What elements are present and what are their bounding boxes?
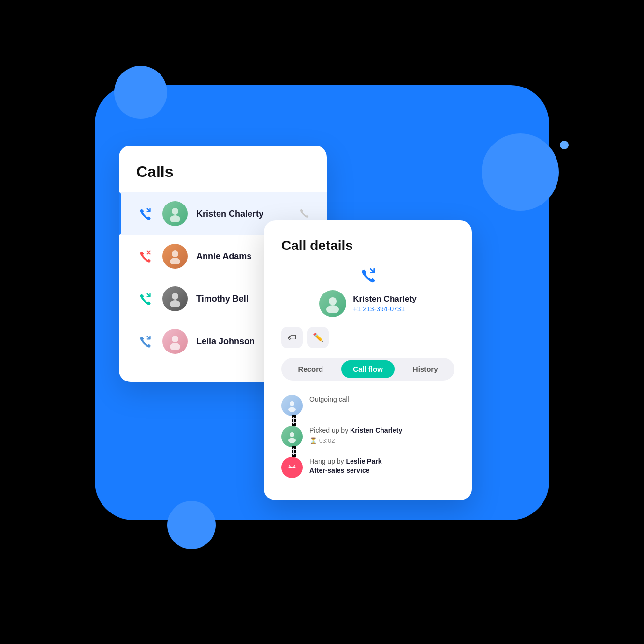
timeline-avatar-3 [281, 457, 303, 478]
timeline-extra-hangup: After-sales service [309, 467, 454, 474]
svg-point-8 [329, 297, 337, 305]
edit-button[interactable]: ✏️ [307, 327, 329, 348]
svg-point-9 [326, 305, 339, 313]
avatar-leila [162, 329, 188, 354]
svg-point-4 [172, 293, 178, 300]
contact-row: Kristen Charlety +1 213-394-0731 [319, 290, 416, 317]
avatar-annie [162, 244, 188, 269]
svg-point-6 [172, 336, 178, 342]
svg-point-11 [288, 407, 296, 412]
deco-circle-top-right [482, 133, 559, 211]
timeline-avatar-1 [281, 395, 303, 416]
tab-call-flow[interactable]: Call flow [341, 360, 395, 378]
deco-circle-bottom-left [167, 501, 216, 549]
deco-circle-top-left [114, 66, 167, 119]
action-buttons: 🏷 ✏️ [281, 327, 454, 348]
svg-point-12 [290, 432, 294, 437]
svg-point-7 [170, 343, 180, 350]
timeline-item-pickup: Picked up by Kristen Charlety ⏳ 03:02 [281, 421, 454, 452]
call-type-icon-outgoing [136, 205, 154, 222]
tag-button[interactable]: 🏷 [281, 327, 303, 348]
call-type-icon-missed [136, 248, 154, 265]
call-details-panel: Call details Kristen Charlety [264, 220, 472, 500]
timeline-content-3: Hang up by Leslie Park After-sales servi… [309, 457, 454, 474]
svg-point-2 [172, 250, 178, 257]
svg-point-1 [170, 215, 180, 222]
call-type-icon-outgoing-2 [136, 333, 154, 350]
outgoing-call-icon [360, 267, 376, 285]
timeline-item-outgoing: Outgoing call [281, 390, 454, 421]
contact-section: Kristen Charlety +1 213-394-0731 [281, 267, 454, 317]
tab-history[interactable]: History [398, 360, 452, 378]
tabs-row: Record Call flow History [281, 358, 454, 381]
calls-panel-title: Calls [119, 163, 327, 192]
timeline-content-2: Picked up by Kristen Charlety ⏳ 03:02 [309, 426, 454, 444]
call-name-kristen: Kristen Chalerty [196, 209, 290, 219]
timeline-text-hangup: Hang up by Leslie Park [309, 457, 454, 467]
timeline-avatar-2 [281, 426, 303, 447]
timeline-item-hangup: Hang up by Leslie Park After-sales servi… [281, 452, 454, 483]
contact-info: Kristen Charlety +1 213-394-0731 [353, 294, 416, 313]
svg-point-3 [170, 258, 180, 264]
contact-phone: +1 213-394-0731 [353, 305, 416, 313]
avatar-kristen [162, 201, 188, 226]
svg-point-5 [170, 300, 180, 307]
timeline-text-outgoing: Outgoing call [309, 395, 454, 405]
timeline-content-1: Outgoing call [309, 395, 454, 405]
contact-name: Kristen Charlety [353, 294, 416, 304]
timeline-sub-pickup: ⏳ 03:02 [309, 437, 454, 444]
svg-point-13 [288, 438, 296, 443]
main-scene: Calls Kristen Chalerty [56, 56, 588, 588]
svg-point-10 [290, 401, 294, 406]
timeline-text-pickup: Picked up by Kristen Charlety [309, 426, 454, 436]
phone-icon-kristen [299, 207, 309, 220]
call-type-icon-incoming [136, 290, 154, 307]
avatar-timothy [162, 286, 188, 311]
call-flow-timeline: Outgoing call Picked up by Kristen Charl… [281, 390, 454, 483]
tab-record[interactable]: Record [284, 360, 337, 378]
details-panel-title: Call details [281, 238, 454, 253]
svg-point-0 [172, 208, 178, 215]
contact-avatar [319, 290, 346, 317]
deco-dot-top-right [560, 141, 569, 149]
